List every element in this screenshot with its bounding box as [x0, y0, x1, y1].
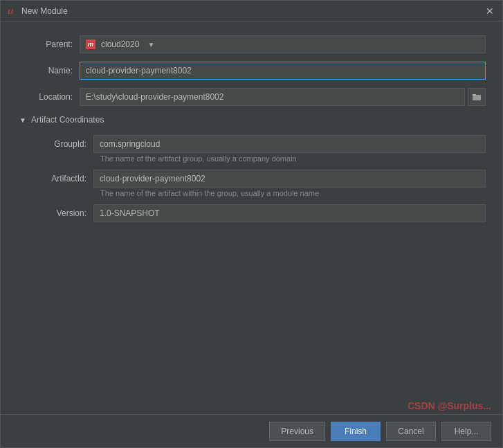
- previous-button[interactable]: Previous: [269, 422, 325, 441]
- finish-button[interactable]: Finish: [331, 422, 381, 441]
- location-label: Location:: [17, 92, 80, 102]
- svg-rect-2: [473, 95, 481, 100]
- groupid-row: GroupId:: [17, 135, 486, 153]
- cancel-button[interactable]: Cancel: [386, 422, 436, 441]
- location-wrapper: [80, 88, 486, 106]
- dialog-title: New Module: [21, 6, 479, 16]
- version-input[interactable]: [93, 204, 486, 222]
- dialog-icon: IJ: [6, 6, 17, 17]
- folder-icon: [472, 92, 482, 102]
- maven-icon: m: [86, 39, 95, 49]
- title-bar: IJ New Module ✕: [1, 1, 502, 21]
- close-button[interactable]: ✕: [483, 4, 497, 18]
- parent-label: Parent:: [17, 39, 80, 49]
- new-module-dialog: IJ New Module ✕ Parent: m cloud2020 ▼ Na…: [0, 0, 503, 448]
- version-row: Version:: [17, 204, 486, 222]
- groupid-label: GroupId:: [17, 139, 93, 149]
- artifactid-input[interactable]: [93, 170, 486, 188]
- name-control: [80, 62, 486, 80]
- location-input[interactable]: [80, 88, 465, 106]
- parent-dropdown[interactable]: m cloud2020 ▼: [80, 35, 486, 53]
- artifact-section-title: Artifact Coordinates: [31, 115, 104, 125]
- dialog-footer: Previous Finish Cancel Help...: [1, 414, 502, 447]
- artifact-section: GroupId: The name of the artifact group,…: [17, 135, 486, 222]
- artifactid-label: ArtifactId:: [17, 174, 93, 183]
- artifactid-row: ArtifactId:: [17, 170, 486, 188]
- browse-folder-button[interactable]: [468, 88, 486, 106]
- groupid-input[interactable]: [93, 135, 486, 153]
- dialog-content: Parent: m cloud2020 ▼ Name: Location:: [1, 21, 502, 414]
- parent-value: cloud2020: [101, 39, 139, 49]
- location-row: Location:: [17, 88, 486, 106]
- svg-text:IJ: IJ: [7, 8, 14, 15]
- parent-control: m cloud2020 ▼: [80, 35, 486, 53]
- name-input[interactable]: [80, 62, 486, 80]
- help-button[interactable]: Help...: [441, 422, 491, 441]
- artifact-section-header: ▼ Artifact Coordinates: [17, 114, 486, 125]
- name-row: Name:: [17, 62, 486, 80]
- name-label: Name:: [17, 66, 80, 75]
- artifactid-hint: The name of the artifact within the grou…: [100, 189, 486, 197]
- chevron-down-icon: ▼: [147, 41, 154, 48]
- version-label: Version:: [17, 208, 93, 218]
- parent-row: Parent: m cloud2020 ▼: [17, 35, 486, 53]
- collapse-toggle[interactable]: ▼: [17, 114, 28, 125]
- groupid-hint: The name of the artifact group, usually …: [100, 154, 486, 163]
